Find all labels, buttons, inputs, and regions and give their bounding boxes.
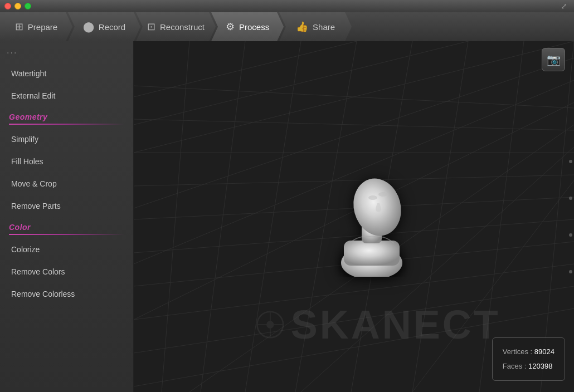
edge-dot-4 [569,270,572,273]
close-button[interactable] [4,3,11,9]
geometry-section-header: Geometry [0,107,133,124]
reconstruct-icon: ⊡ [147,21,155,33]
geometry-divider [9,124,124,125]
tab-prepare-label: Prepare [28,22,57,32]
bust-model-svg [327,154,416,277]
skanect-logo-icon [256,311,284,339]
sidebar-item-colorize[interactable]: Colorize [0,238,133,261]
vertices-label: Vertices : [503,347,532,356]
edge-dot-2 [569,197,572,200]
minimize-button[interactable] [14,3,21,9]
tab-process-label: Process [239,22,269,32]
title-bar: ⤢ [0,0,574,12]
sidebar-item-watertight[interactable]: Watertight [0,62,133,85]
nav-bar: ⊞ Prepare ⬤ Record ⊡ Reconstruct ⚙ Proce… [0,12,574,41]
more-options-icon[interactable]: ··· [0,46,133,62]
sidebar-item-move-crop[interactable]: Move & Crop [0,173,133,195]
resize-icon: ⤢ [561,2,570,11]
prepare-icon: ⊞ [15,21,23,33]
svg-point-36 [378,192,387,197]
sidebar-item-external-edit[interactable]: External Edit [0,85,133,107]
color-divider [9,234,124,235]
tab-process[interactable]: ⚙ Process [211,12,284,41]
tab-reconstruct-label: Reconstruct [160,22,205,32]
sidebar-item-remove-parts[interactable]: Remove Parts [0,195,133,217]
tab-share[interactable]: 👍 Share [279,12,352,41]
sidebar-item-fill-holes[interactable]: Fill Holes [0,150,133,173]
tab-reconstruct[interactable]: ⊡ Reconstruct [136,12,216,41]
stats-panel: Vertices : 89024 Faces : 120398 [492,337,565,381]
faces-value: 120398 [528,362,552,370]
svg-line-25 [134,41,468,125]
sidebar-item-remove-colors[interactable]: Remove Colors [0,261,133,283]
3d-model [327,154,416,279]
process-icon: ⚙ [226,21,235,33]
camera-button[interactable]: 📷 [542,48,565,71]
tab-share-label: Share [313,22,335,32]
record-icon: ⬤ [83,21,94,33]
tab-record-label: Record [99,22,125,32]
edge-dot-1 [569,160,572,163]
main-content: ··· Watertight External Edit Geometry Si… [0,41,574,392]
traffic-lights [4,3,31,9]
sidebar-item-simplify[interactable]: Simplify [0,128,133,150]
watermark-text: SKANECT [291,302,500,347]
svg-line-1 [134,119,574,130]
vertices-row: Vertices : 89024 [503,345,554,359]
faces-label: Faces : [503,362,527,370]
svg-point-35 [368,195,377,200]
camera-icon: 📷 [547,53,561,66]
share-icon: 👍 [296,21,308,33]
tab-prepare[interactable]: ⊞ Prepare [0,12,72,41]
color-section-header: Color [0,217,133,234]
viewport[interactable]: SKANECT [134,41,574,392]
watermark: SKANECT [256,302,500,347]
sidebar: ··· Watertight External Edit Geometry Si… [0,41,134,392]
right-edge-indicators [567,155,574,278]
sidebar-item-remove-colorless[interactable]: Remove Colorless [0,283,133,305]
tab-record[interactable]: ⬤ Record [68,12,140,41]
edge-dot-3 [569,233,572,237]
vertices-value: 89024 [534,347,554,356]
svg-rect-32 [344,241,400,266]
maximize-button[interactable] [25,3,31,9]
faces-row: Faces : 120398 [503,359,554,374]
svg-line-26 [134,41,357,97]
